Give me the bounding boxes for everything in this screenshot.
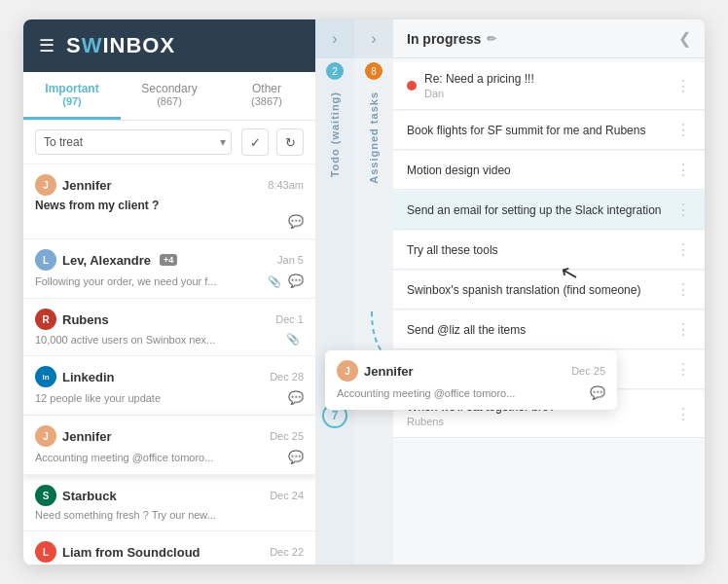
todo-label: Todo (waiting) [329, 91, 341, 177]
refresh-icon-button[interactable]: ↻ [276, 128, 304, 156]
task-content: Motion design video [407, 164, 675, 177]
sender-name: Lev, Alexandre [62, 253, 151, 268]
sender-name: Linkedin [62, 370, 114, 384]
table-row[interactable]: Motion design video ⋮ [393, 151, 705, 190]
tab-important-count: (97) [27, 95, 117, 107]
list-item[interactable]: S Starbuck Dec 24 Need something fresh ?… [23, 475, 315, 531]
logo: SWINBOX [66, 33, 175, 58]
list-item[interactable]: J Jennifer Dec 25 Accounting meeting @of… [23, 416, 315, 475]
sender-name: Starbuck [62, 489, 117, 503]
filter-select[interactable]: To treat [35, 129, 232, 155]
list-item[interactable]: R Rubens Dec 1 10,000 active users on Sw… [23, 299, 315, 356]
list-item[interactable]: in Linkedin Dec 28 12 people like your u… [23, 356, 315, 416]
task-title: Re: Need a pricing !!! [424, 72, 675, 86]
task-content: Try all these tools [407, 243, 675, 257]
popup-sender: J Jennifer [337, 360, 414, 382]
table-row[interactable]: Send @liz all the items ⋮ [393, 310, 705, 349]
avatar: in [35, 366, 56, 387]
table-row[interactable]: Re: Need a pricing !!! Dan ⋮ [393, 62, 705, 110]
avatar: J [35, 425, 56, 447]
sender-name: Liam from Soundcloud [62, 545, 200, 560]
task-menu-icon[interactable]: ⋮ [675, 77, 691, 95]
email-date: Dec 28 [270, 371, 304, 383]
tab-important-label: Important [27, 82, 117, 95]
email-preview-text: Accounting meeting @office tomoro... [35, 452, 213, 463]
toolbar-row: To treat ▾ ✓ ↻ [23, 121, 315, 164]
avatar: S [35, 485, 56, 506]
task-title: Send @liz all the items [407, 323, 675, 337]
attachment-icon: 📎 [268, 275, 281, 287]
left-panel: ☰ SWINBOX Important (97) Secondary (867)… [23, 19, 315, 565]
reply-icon: 💬 [288, 274, 304, 288]
task-menu-icon[interactable]: ⋮ [675, 161, 691, 179]
task-title: Motion design video [407, 164, 675, 177]
list-item[interactable]: J Jennifer 8:43am News from my client ? … [23, 164, 315, 239]
task-assignee: Dan [424, 88, 675, 99]
email-date: 8:43am [268, 179, 304, 191]
email-preview-text: Need something fresh ? Try our new... [35, 509, 216, 521]
tab-other[interactable]: Other (3867) [218, 72, 315, 120]
popup-card: J Jennifer Dec 25 Accounting meeting @of… [325, 350, 617, 410]
logo-s: S [66, 33, 82, 57]
sender-name: Jennifer [62, 429, 112, 444]
table-row[interactable]: Book flights for SF summit for me and Ru… [393, 111, 705, 150]
todo-expand-button[interactable]: › [315, 19, 354, 58]
tab-secondary[interactable]: Secondary (867) [121, 72, 218, 120]
todo-panel: › 2 Todo (waiting) 7 [315, 19, 354, 565]
email-date: Jan 5 [277, 254, 304, 266]
popup-preview: Accounting meeting @office tomoro... [337, 387, 515, 399]
reply-icon: 💬 [288, 214, 304, 229]
task-content: Book flights for SF summit for me and Ru… [407, 124, 675, 137]
dropdown-arrow-icon: ▾ [220, 135, 226, 149]
list-item[interactable]: L Lev, Alexandre +4 Jan 5 Following your… [23, 239, 315, 299]
email-date: Dec 24 [270, 490, 304, 501]
task-assignee: Rubens [407, 416, 675, 427]
avatar: J [337, 360, 358, 382]
attachment-icon: 📎 [286, 333, 300, 346]
task-menu-icon[interactable]: ⋮ [675, 121, 691, 139]
reply-icon: 💬 [288, 450, 304, 464]
task-menu-icon[interactable]: ⋮ [675, 201, 691, 219]
assigned-badge: 8 [365, 62, 382, 80]
list-item[interactable]: L Liam from Soundcloud Dec 22 [23, 531, 315, 565]
email-preview-text: 12 people like your update [35, 392, 161, 404]
task-menu-icon[interactable]: ⋮ [675, 280, 691, 299]
email-list: J Jennifer 8:43am News from my client ? … [23, 164, 315, 565]
avatar: L [35, 249, 56, 271]
tabs-row: Important (97) Secondary (867) Other (38… [23, 72, 315, 121]
right-panel-title: In progress ✏ [407, 31, 496, 47]
sender-name: Jennifer [62, 178, 112, 193]
sender-name: Rubens [62, 312, 109, 327]
assigned-expand-button[interactable]: › [354, 19, 393, 58]
email-subject: News from my client ? [35, 199, 304, 212]
tab-secondary-count: (867) [125, 95, 214, 107]
task-title: Swinbox's spanish translation (find some… [407, 283, 675, 297]
task-content: Swinbox's spanish translation (find some… [407, 283, 675, 297]
left-header: ☰ SWINBOX [23, 19, 315, 72]
badge-tag: +4 [160, 254, 177, 266]
table-row[interactable]: Send an email for setting up the Slack i… [393, 191, 705, 230]
tab-secondary-label: Secondary [125, 82, 214, 95]
email-date: Dec 1 [275, 313, 304, 325]
avatar: J [35, 174, 56, 196]
task-menu-icon[interactable]: ⋮ [675, 240, 691, 259]
table-row[interactable]: Swinbox's spanish translation (find some… [393, 271, 705, 310]
email-preview-text: Following your order, we need your f... [35, 275, 216, 287]
task-title: Send an email for setting up the Slack i… [407, 203, 675, 217]
task-menu-icon[interactable]: ⋮ [675, 360, 691, 379]
task-title: Book flights for SF summit for me and Ru… [407, 124, 675, 137]
edit-icon[interactable]: ✏ [487, 32, 496, 46]
popup-meta: J Jennifer Dec 25 [337, 360, 605, 382]
hamburger-icon[interactable]: ☰ [39, 35, 55, 56]
assigned-panel: › 8 Assigned tasks [354, 19, 393, 565]
close-panel-button[interactable]: ❮ [678, 29, 691, 48]
email-date: Dec 22 [270, 546, 304, 558]
task-menu-icon[interactable]: ⋮ [675, 405, 691, 423]
right-panel: In progress ✏ ❮ Re: Need a pricing !!! D… [393, 19, 705, 565]
task-menu-icon[interactable]: ⋮ [675, 320, 691, 339]
task-content: Re: Need a pricing !!! Dan [424, 72, 675, 99]
tab-important[interactable]: Important (97) [23, 72, 121, 120]
check-icon-button[interactable]: ✓ [241, 128, 269, 156]
table-row[interactable]: Try all these tools ⋮ [393, 231, 705, 270]
tab-other-label: Other [222, 82, 311, 95]
